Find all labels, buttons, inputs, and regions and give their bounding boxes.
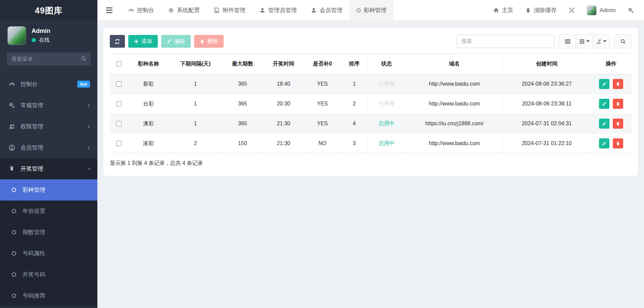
sidebar-item-label: 权限管理	[20, 123, 43, 130]
cell-actions	[590, 94, 632, 114]
cell-actions	[590, 134, 632, 153]
sidebar-subitem-number-attr[interactable]: 号码属性	[0, 243, 97, 264]
chevron-down-icon: ‹	[85, 168, 92, 170]
cell-draw-time: 21:30	[263, 114, 304, 134]
yen-icon: ¥	[7, 165, 16, 172]
sidebar-item-label: 开奖管理	[20, 165, 43, 173]
cell-max-period: 365	[222, 74, 263, 94]
user-menu[interactable]: Admin	[587, 5, 616, 15]
row-delete-button[interactable]	[613, 99, 623, 109]
cell-sort: 4	[341, 114, 367, 134]
sidebar-item-auth[interactable]: 权限管理 ‹	[0, 116, 97, 137]
tab-member-manage[interactable]: 会员管理	[304, 0, 350, 20]
caret-down-icon	[586, 40, 590, 42]
row-checkbox[interactable]	[116, 101, 122, 106]
cell-interval: 1	[169, 74, 222, 94]
tab-admin-manage[interactable]: 管理员管理	[252, 0, 304, 20]
brand-title[interactable]: 49图库	[0, 0, 97, 21]
home-icon	[493, 7, 499, 13]
column-header: 开奖时间	[263, 54, 304, 74]
sidebar-item-lottery[interactable]: ¥ 开奖管理 ‹	[0, 158, 97, 179]
fullscreen-button[interactable]	[569, 7, 574, 13]
sidebar-item-general[interactable]: 常规管理 ‹	[0, 95, 97, 116]
cell-sort: 3	[341, 134, 367, 153]
tab-dashboard[interactable]: 控制台	[121, 0, 161, 20]
chevron-left-icon: ‹	[88, 144, 90, 151]
plus-icon	[134, 39, 139, 44]
refresh-button[interactable]	[110, 35, 125, 48]
select-all-checkbox[interactable]	[116, 61, 122, 67]
tab-lottery-type[interactable]: 彩种管理	[350, 0, 394, 20]
row-edit-button[interactable]	[599, 99, 609, 109]
status-badge: 启用中	[368, 114, 406, 134]
trash-icon	[200, 39, 204, 44]
table-search-input[interactable]	[457, 35, 555, 48]
user-icon	[311, 7, 317, 13]
expand-icon	[569, 7, 574, 13]
row-edit-button[interactable]	[599, 79, 609, 89]
tab-label: 控制台	[137, 6, 154, 14]
main-area: 控制台 系统配置 附件管理 管理员管理	[97, 0, 644, 308]
cell-interval: 2	[169, 134, 222, 153]
row-delete-button[interactable]	[613, 79, 623, 89]
home-link[interactable]: 主页	[493, 6, 513, 14]
columns-button[interactable]	[576, 35, 593, 48]
toggle-view-button[interactable]	[559, 35, 576, 48]
sidebar-submenu: 彩种管理 年份设置 期数管理 号码属性	[0, 179, 97, 306]
sidebar-subitem-lottery-type[interactable]: 彩种管理	[0, 179, 97, 201]
navbar-right: 主页 清除缓存 Admin	[493, 0, 644, 20]
sidebar-subitem-period[interactable]: 期数管理	[0, 222, 97, 243]
sidebar-subitem-number-recommend[interactable]: 号码推荐	[0, 285, 97, 306]
table-row: 澳彩 1 365 21:30 YES 4 启用中 https://tu.cmzj…	[110, 114, 632, 134]
caret-down-icon	[603, 40, 606, 42]
sidebar-toggle-button[interactable]	[97, 0, 121, 20]
row-checkbox[interactable]	[116, 121, 122, 126]
chevron-left-icon: ‹	[88, 102, 90, 109]
add-button-label: 添加	[141, 38, 152, 45]
cell-draw-time: 20:30	[263, 94, 304, 114]
delete-button[interactable]: 删除	[194, 35, 224, 48]
tachometer-icon	[128, 7, 134, 13]
row-edit-button[interactable]	[599, 138, 609, 148]
status-badge: 已停用	[368, 74, 406, 94]
row-delete-button[interactable]	[613, 119, 623, 129]
pencil-icon	[602, 102, 606, 106]
avatar	[587, 5, 597, 15]
column-header: 排序	[341, 54, 367, 74]
add-button[interactable]: 添加	[128, 35, 158, 48]
user-circle-icon	[7, 144, 16, 151]
sidebar-subitem-draw-number[interactable]: 开奖号码	[0, 264, 97, 285]
data-panel: 添加 编辑 删除	[103, 28, 638, 176]
circle-o-icon	[357, 8, 361, 12]
clear-cache-link[interactable]: 清除缓存	[525, 6, 557, 14]
sidebar-item-member[interactable]: 会员管理 ‹	[0, 137, 97, 158]
row-edit-button[interactable]	[599, 119, 609, 129]
column-header: 最大期数	[222, 54, 263, 74]
sidebar-subitem-label: 号码推荐	[22, 292, 45, 300]
row-delete-button[interactable]	[613, 138, 623, 148]
row-checkbox[interactable]	[116, 81, 122, 87]
sidebar-subitem-label: 期数管理	[22, 228, 45, 236]
search-icon	[81, 56, 87, 61]
cell-pad-zero: YES	[304, 94, 341, 114]
table-header-row: 彩种名称 下期间隔(天) 最大期数 开奖时间 是否补0 排序 状态 域名 创建时…	[110, 54, 632, 74]
avatar	[7, 26, 26, 45]
search-submit-wrap	[614, 34, 632, 48]
search-submit-button[interactable]	[614, 35, 631, 48]
tab-label: 附件管理	[223, 6, 245, 14]
cell-domain: http://www.baidu.com	[406, 94, 503, 114]
row-checkbox[interactable]	[116, 141, 122, 146]
sidebar-search-input[interactable]	[7, 52, 91, 65]
settings-button[interactable]	[628, 7, 634, 13]
edit-button[interactable]: 编辑	[161, 35, 191, 48]
sidebar-item-dashboard[interactable]: 控制台 hot	[0, 74, 97, 95]
sidebar-item-label: 控制台	[20, 80, 38, 88]
tab-label: 系统配置	[177, 6, 200, 14]
column-header: 彩种名称	[128, 54, 169, 74]
sidebar-subitem-year-setting[interactable]: 年份设置	[0, 201, 97, 222]
tab-attachment[interactable]: 附件管理	[207, 0, 252, 20]
export-button[interactable]	[593, 35, 609, 48]
cogs-icon	[7, 102, 16, 108]
search-icon	[620, 39, 626, 44]
tab-system-config[interactable]: 系统配置	[161, 0, 207, 20]
